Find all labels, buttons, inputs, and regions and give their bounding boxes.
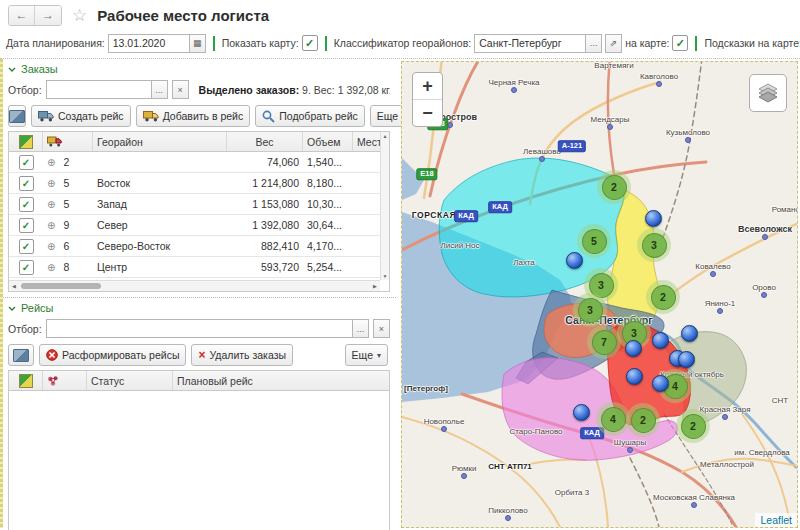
add-to-trip-button[interactable]: Добавить в рейс — [136, 105, 251, 127]
table-row[interactable]: ✓⊕ — [9, 278, 380, 279]
order-marker-icon[interactable] — [681, 325, 698, 342]
column-places[interactable]: Мест — [353, 132, 380, 151]
expand-icon[interactable]: ⊕ — [47, 220, 55, 231]
marker-cluster[interactable]: 2 — [626, 403, 660, 437]
map-attribution[interactable]: Leaflet — [755, 513, 797, 527]
map[interactable]: Черная РечкаБелоостровЛевашовоКавголовоВ… — [401, 61, 798, 528]
expand-icon[interactable]: ⊕ — [47, 241, 55, 252]
map-label: Лахта — [513, 258, 535, 267]
map-layers-button[interactable] — [749, 74, 787, 112]
marker-cluster[interactable]: 7 — [587, 325, 621, 359]
map-label: Янино-1 — [705, 299, 736, 308]
scroll-thumb[interactable] — [21, 283, 101, 289]
open-button[interactable]: ⇗ — [605, 34, 622, 53]
expand-icon[interactable]: ⊕ — [47, 178, 55, 189]
marker-cluster[interactable]: 2 — [646, 280, 680, 314]
create-trip-button[interactable]: Создать рейс — [31, 105, 131, 127]
row-select-cell[interactable]: ✓ — [9, 215, 43, 235]
order-marker-icon[interactable] — [625, 340, 642, 357]
row-select-cell[interactable]: ✓ — [9, 152, 43, 172]
column-planned-trip[interactable]: Плановый рейс — [173, 371, 389, 390]
planning-date-input[interactable] — [108, 34, 189, 53]
scroll-right-icon[interactable]: ▶ — [370, 283, 380, 289]
scroll-up-icon[interactable]: ▲ — [383, 132, 388, 140]
favorite-star-icon[interactable]: ☆ — [72, 7, 87, 24]
row-select-cell[interactable]: ✓ — [9, 236, 43, 256]
pick-trip-button[interactable]: Подобрать рейс — [255, 105, 365, 127]
row-checkbox[interactable]: ✓ — [19, 197, 34, 212]
list-settings-button[interactable] — [8, 105, 26, 127]
disband-trips-button[interactable]: Расформировать рейсы — [39, 344, 186, 366]
row-select-cell[interactable]: ✓ — [9, 173, 43, 193]
column-status[interactable]: Статус — [87, 371, 173, 390]
row-select-cell[interactable]: ✓ — [9, 278, 43, 279]
expand-icon[interactable]: ⊕ — [47, 199, 55, 210]
row-georegion: Запад — [93, 194, 227, 214]
marker-cluster[interactable]: 2 — [676, 409, 710, 443]
row-select-cell[interactable]: ✓ — [9, 194, 43, 214]
marker-cluster[interactable]: 2 — [597, 170, 631, 204]
order-marker-icon[interactable] — [652, 332, 669, 349]
expand-icon[interactable]: ⊕ — [47, 262, 55, 273]
trips-more-button[interactable]: Еще▾ — [345, 344, 388, 366]
column-volume[interactable]: Объем — [303, 132, 353, 151]
map-label: Металлострой — [700, 460, 754, 469]
column-weight[interactable]: Вес — [227, 132, 303, 151]
column-count[interactable] — [43, 132, 93, 151]
row-checkbox[interactable]: ✓ — [19, 218, 34, 233]
marker-cluster[interactable]: 5 — [577, 224, 611, 258]
order-marker-icon[interactable] — [573, 404, 590, 421]
orders-vertical-scrollbar[interactable]: ▲ ▼ — [380, 132, 389, 280]
row-checkbox[interactable]: ✓ — [19, 176, 34, 191]
table-row[interactable]: ✓⊕8Центр593,7205,254... — [9, 257, 380, 278]
forward-button[interactable]: → — [35, 6, 61, 25]
truck-plus-icon — [143, 110, 159, 122]
clear-filter-button[interactable]: × — [172, 80, 189, 99]
delete-orders-button[interactable]: × Удалить заказы — [191, 344, 293, 366]
back-button[interactable]: ← — [9, 6, 35, 25]
table-row[interactable]: ✓⊕6Северо-Восток882,4104,170... — [9, 236, 380, 257]
choose-button[interactable]: ... — [151, 80, 168, 99]
clear-filter-button[interactable]: × — [373, 319, 390, 338]
orders-section-toggle[interactable]: Заказы — [8, 63, 398, 75]
column-selected[interactable] — [9, 132, 43, 151]
classifier-input[interactable] — [474, 34, 585, 53]
orders-horizontal-scrollbar[interactable]: ◀ ▶ — [9, 280, 380, 291]
row-georegion: Север — [93, 215, 227, 235]
trips-filter-input[interactable] — [46, 319, 352, 338]
scroll-left-icon[interactable]: ◀ — [9, 283, 19, 289]
column-georegion[interactable]: Георайон — [93, 132, 227, 151]
scroll-down-icon[interactable]: ▼ — [383, 272, 388, 280]
table-row[interactable]: ✓⊕5Восток1 214,8008,180... — [9, 173, 380, 194]
order-marker-icon[interactable] — [652, 375, 669, 392]
scroll-track[interactable] — [19, 281, 370, 291]
zoom-in-button[interactable]: + — [413, 73, 442, 100]
trips-section-toggle[interactable]: Рейсы — [8, 302, 398, 314]
table-row[interactable]: ✓⊕9Север1 392,08030,64... — [9, 215, 380, 236]
row-checkbox[interactable]: ✓ — [19, 155, 34, 170]
on-map-checkbox[interactable]: ✓ — [672, 35, 688, 51]
order-marker-icon[interactable] — [626, 368, 643, 385]
order-marker-icon[interactable] — [678, 351, 695, 368]
row-count-cell: ⊕5 — [43, 194, 93, 214]
calendar-icon[interactable]: ▦ — [189, 34, 206, 53]
column-route[interactable] — [43, 371, 87, 390]
choose-button[interactable]: ... — [585, 34, 602, 53]
row-checkbox[interactable]: ✓ — [19, 239, 34, 254]
table-row[interactable]: ✓⊕274,0601,540... — [9, 152, 380, 173]
marker-cluster[interactable]: 3 — [637, 228, 671, 262]
marker-cluster[interactable]: 4 — [596, 402, 630, 436]
expand-icon[interactable]: ⊕ — [47, 157, 55, 168]
list-settings-button[interactable] — [8, 344, 34, 366]
show-map-checkbox[interactable]: ✓ — [302, 35, 318, 51]
orders-filter-input[interactable] — [46, 80, 151, 99]
marker-cluster[interactable]: 3 — [573, 293, 607, 327]
row-checkbox[interactable]: ✓ — [19, 260, 34, 275]
row-select-cell[interactable]: ✓ — [9, 257, 43, 277]
order-marker-icon[interactable] — [566, 252, 583, 269]
table-row[interactable]: ✓⊕5Запад1 153,08010,30... — [9, 194, 380, 215]
column-selected[interactable] — [9, 371, 43, 390]
zoom-out-button[interactable]: − — [413, 100, 442, 126]
order-marker-icon[interactable] — [645, 210, 662, 227]
choose-button[interactable]: ... — [352, 319, 369, 338]
